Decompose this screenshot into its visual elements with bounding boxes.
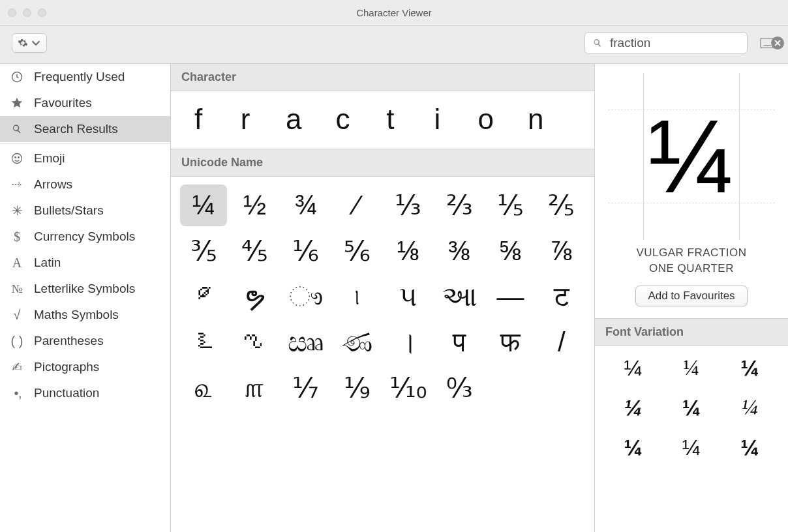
result-glyph[interactable]: ຯ	[231, 276, 278, 318]
toggle-grid-button[interactable]	[758, 34, 776, 52]
result-glyph[interactable]: ૫	[385, 276, 432, 318]
sidebar-item-search-results[interactable]: Search Results	[0, 116, 170, 142]
parens-icon: ( )	[9, 333, 25, 349]
query-char[interactable]: r	[239, 103, 252, 136]
result-glyph[interactable]: ಌ	[231, 321, 278, 363]
preview-glyph: ¼	[648, 104, 735, 209]
query-char[interactable]: o	[477, 103, 493, 136]
font-variation[interactable]: ¼	[665, 355, 718, 381]
dollar-icon: $	[9, 229, 25, 244]
font-variation[interactable]: ¼	[607, 355, 659, 381]
query-char[interactable]: i	[431, 103, 444, 136]
result-glyph[interactable]: ⅗	[180, 230, 227, 272]
keyboard-icon	[760, 36, 774, 50]
bullets-icon: ✳︎	[9, 203, 25, 218]
svg-point-13	[18, 157, 20, 158]
font-variation[interactable]: ¼	[665, 435, 718, 460]
sidebar-item-label: Arrows	[34, 177, 72, 192]
result-glyph[interactable]: ༳	[180, 276, 227, 318]
result-glyph[interactable]: ⅕	[487, 185, 534, 226]
sidebar-item-frequently-used[interactable]: Frequently Used	[0, 64, 170, 90]
result-glyph[interactable]: —	[487, 276, 534, 318]
result-glyph[interactable]: ⅐	[282, 367, 329, 409]
search-input[interactable]	[609, 35, 766, 51]
sidebar-item-label: Punctuation	[34, 386, 99, 400]
latin-icon: A	[9, 255, 25, 271]
result-glyph[interactable]: ⅜	[436, 230, 483, 272]
unicode-section-header: Unicode Name	[171, 149, 594, 177]
sidebar-item-letterlike-symbols[interactable]: №Letterlike Symbols	[0, 276, 170, 302]
result-glyph[interactable]: फ	[487, 321, 534, 363]
add-to-favourites-button[interactable]: Add to Favourites	[635, 286, 747, 306]
search-icon	[9, 121, 25, 137]
search-field[interactable]	[584, 32, 748, 54]
window-controls[interactable]	[8, 8, 46, 17]
result-glyph[interactable]: આ	[436, 276, 483, 318]
query-char[interactable]: a	[286, 103, 301, 136]
result-glyph[interactable]: ⅚	[333, 230, 380, 272]
sidebar-item-favourites[interactable]: Favourites	[0, 90, 170, 116]
font-variation[interactable]: ¼	[665, 395, 718, 421]
sidebar-item-arrows[interactable]: Arrows	[0, 171, 170, 198]
result-glyph[interactable]: /	[538, 321, 585, 363]
result-glyph[interactable]: ණ	[333, 321, 380, 363]
sidebar-item-emoji[interactable]: Emoji	[0, 145, 170, 171]
result-glyph[interactable]: ↉	[436, 367, 483, 409]
result-glyph[interactable]: ⁄	[333, 185, 380, 226]
font-variation[interactable]: ¼	[723, 355, 776, 381]
result-glyph[interactable]: ඎ	[282, 321, 329, 363]
result-glyph[interactable]: ½	[231, 185, 278, 226]
sidebar: Frequently UsedFavouritesSearch Results …	[0, 64, 171, 532]
font-variation[interactable]: ¼	[723, 435, 776, 460]
sidebar-item-punctuation[interactable]: • ,Punctuation	[0, 380, 170, 406]
minimize-dot[interactable]	[23, 8, 31, 17]
result-glyph[interactable]: प	[436, 321, 483, 363]
result-glyph[interactable]: ¼	[180, 185, 227, 226]
query-char[interactable]: t	[384, 103, 397, 136]
font-variation[interactable]: ¼	[607, 435, 659, 460]
result-glyph[interactable]: ⅙	[282, 230, 329, 272]
sidebar-item-parentheses[interactable]: ( )Parentheses	[0, 328, 170, 354]
emoji-icon	[9, 151, 25, 166]
sidebar-item-maths-symbols[interactable]: √Maths Symbols	[0, 302, 170, 328]
search-icon	[592, 37, 603, 49]
result-glyph[interactable]: ⅓	[385, 185, 432, 226]
result-glyph[interactable]: ⅞	[538, 230, 585, 272]
close-dot[interactable]	[8, 8, 16, 17]
character-preview: ¼	[608, 73, 775, 240]
result-glyph[interactable]: ⅖	[538, 185, 585, 226]
result-glyph[interactable]: ⅔	[436, 185, 483, 226]
result-glyph[interactable]: ௱	[231, 367, 278, 409]
star-icon	[9, 95, 25, 111]
result-glyph[interactable]: ।	[385, 321, 432, 363]
font-variation[interactable]: ¼	[607, 395, 659, 421]
settings-menu-button[interactable]	[12, 33, 47, 53]
font-variation[interactable]: ¼	[723, 395, 776, 421]
result-glyph[interactable]: ⅑	[333, 367, 380, 409]
zoom-dot[interactable]	[38, 8, 46, 17]
sidebar-item-latin[interactable]: ALatin	[0, 250, 170, 276]
result-glyph[interactable]: ⅘	[231, 230, 278, 272]
result-glyph[interactable]: ⅝	[487, 230, 534, 272]
sidebar-item-currency-symbols[interactable]: $Currency Symbols	[0, 224, 170, 250]
query-char[interactable]: f	[192, 103, 205, 136]
result-glyph[interactable]: ⅒	[385, 367, 432, 409]
result-glyph[interactable]: ෟ	[282, 276, 329, 318]
result-glyph[interactable]: ⅛	[385, 230, 432, 272]
font-variation-header: Font Variation	[595, 318, 788, 346]
sidebar-item-bullets-stars[interactable]: ✳︎Bullets/Stars	[0, 198, 170, 224]
clock-icon	[9, 69, 25, 85]
query-char[interactable]: c	[335, 103, 350, 136]
result-glyph[interactable]: ౾	[180, 321, 227, 363]
sidebar-item-label: Frequently Used	[34, 70, 125, 84]
result-glyph[interactable]: ट	[538, 276, 585, 318]
result-glyph[interactable]: ¾	[282, 185, 329, 226]
sidebar-item-pictographs[interactable]: ✍︎Pictographs	[0, 354, 170, 380]
result-glyph[interactable]: ௳	[180, 367, 227, 409]
result-glyph[interactable]: ৷	[333, 276, 380, 318]
svg-point-12	[15, 157, 16, 158]
chevron-down-icon	[31, 38, 41, 48]
punct-icon: • ,	[9, 385, 25, 401]
font-variation-grid: ¼¼¼¼¼¼¼¼¼	[595, 346, 788, 469]
query-char[interactable]: n	[528, 103, 543, 136]
